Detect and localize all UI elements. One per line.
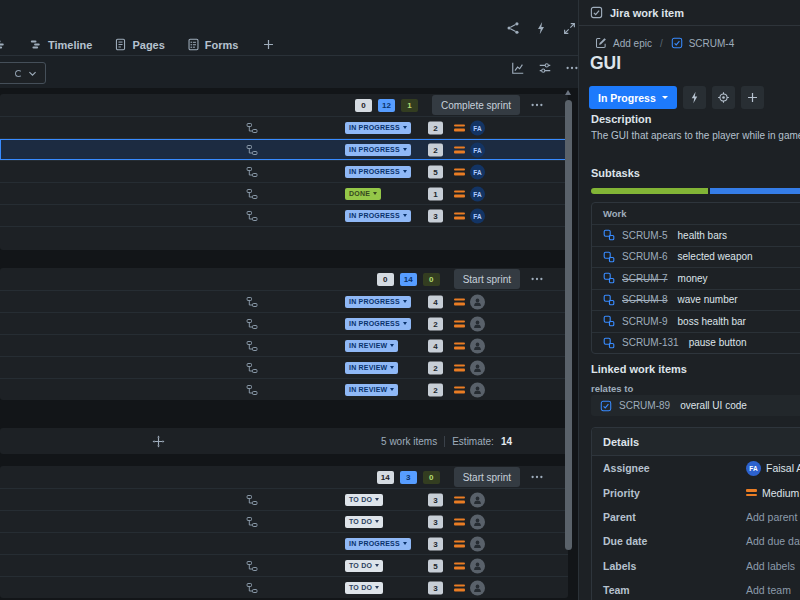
subtask-row[interactable]: SCRUM-131 pause button (592, 332, 800, 354)
avatar-unassigned-icon[interactable] (470, 536, 485, 551)
tab-forms[interactable]: Forms (187, 38, 239, 51)
assignee-value[interactable]: FA Faisal A (746, 461, 800, 476)
status-dropdown[interactable]: TO DO (345, 494, 383, 506)
subtask-summary[interactable]: wave number (678, 294, 738, 305)
sprint-more-icon[interactable] (530, 470, 544, 484)
estimate-badge[interactable]: 3 (428, 581, 443, 594)
details-heading[interactable]: Details (592, 428, 800, 456)
start-sprint-button[interactable]: Start sprint (454, 467, 520, 487)
avatar-unassigned-icon[interactable] (470, 316, 485, 331)
table-row[interactable]: IN PROGRESS 3 (0, 532, 568, 554)
avatar[interactable]: FA (470, 186, 485, 201)
start-sprint-button[interactable]: Start sprint (454, 269, 520, 289)
subtask-key[interactable]: SCRUM-5 (622, 230, 668, 241)
linked-item-row[interactable]: SCRUM-89 overall UI code (591, 395, 800, 416)
create-row[interactable] (0, 226, 568, 250)
table-row-selected[interactable]: IN PROGRESS 2 FA (0, 138, 568, 160)
sprint-more-icon[interactable] (530, 98, 544, 112)
subtask-summary[interactable]: boss health bar (678, 316, 746, 327)
status-dropdown[interactable]: IN PROGRESS (345, 318, 411, 330)
complete-sprint-button[interactable]: Complete sprint (432, 95, 520, 115)
estimate-badge[interactable]: 5 (428, 165, 443, 178)
avatar-unassigned-icon[interactable] (470, 294, 485, 309)
scroll-up-arrow[interactable] (565, 90, 571, 95)
subtask-summary[interactable]: pause button (689, 337, 747, 348)
table-row[interactable]: IN PROGRESS 2 (0, 312, 568, 334)
linked-item-key[interactable]: SCRUM-89 (619, 400, 670, 411)
estimate-badge[interactable]: 5 (428, 559, 443, 572)
status-dropdown[interactable]: IN PROGRESS (345, 210, 411, 222)
table-row[interactable]: IN PROGRESS 4 (0, 290, 568, 312)
subtask-key[interactable]: SCRUM-131 (622, 337, 679, 348)
linked-item-summary[interactable]: overall UI code (680, 400, 747, 411)
subtask-summary[interactable]: money (678, 273, 708, 284)
estimate-badge[interactable]: 3 (428, 493, 443, 506)
estimate-badge[interactable]: 3 (428, 537, 443, 550)
expand-icon[interactable] (559, 18, 579, 38)
avatar-unassigned-icon[interactable] (470, 558, 485, 573)
table-row[interactable]: TO DO 5 (0, 554, 568, 576)
estimate-badge[interactable]: 3 (428, 209, 443, 222)
table-row[interactable]: TO DO 3 (0, 510, 568, 532)
status-dropdown[interactable]: TO DO (345, 516, 383, 528)
avatar-unassigned-icon[interactable] (470, 338, 485, 353)
table-row[interactable]: IN REVIEW 4 (0, 334, 568, 356)
add-epic-button[interactable]: Add epic (613, 38, 652, 49)
status-dropdown[interactable]: IN REVIEW (345, 384, 398, 396)
tab-pages[interactable]: Pages (114, 38, 164, 51)
labels-value[interactable]: Add labels (746, 560, 795, 572)
subtask-summary[interactable]: selected weapon (678, 251, 753, 262)
automation-lightning-icon[interactable] (531, 18, 551, 38)
status-dropdown[interactable]: DONE (345, 188, 381, 200)
share-icon[interactable] (503, 18, 523, 38)
status-dropdown[interactable]: IN PROGRESS (345, 144, 411, 156)
status-dropdown[interactable]: IN PROGRESS (345, 166, 411, 178)
subtask-row[interactable]: SCRUM-8 wave number (592, 289, 800, 311)
vertical-scrollbar[interactable] (567, 88, 575, 600)
avatar-unassigned-icon[interactable] (470, 580, 485, 595)
subtask-key[interactable]: SCRUM-6 (622, 251, 668, 262)
table-row[interactable]: IN REVIEW 2 (0, 378, 568, 400)
priority-value[interactable]: Medium (746, 487, 799, 499)
table-row[interactable]: DONE 1 FA (0, 182, 568, 204)
status-dropdown[interactable]: TO DO (345, 560, 383, 572)
avatar-unassigned-icon[interactable] (470, 360, 485, 375)
estimate-badge[interactable]: 2 (428, 121, 443, 134)
estimate-badge[interactable]: 2 (428, 317, 443, 330)
subtask-row[interactable]: SCRUM-5 health bars (592, 224, 800, 246)
status-dropdown[interactable]: IN PROGRESS (345, 122, 411, 134)
estimate-badge[interactable]: 2 (428, 143, 443, 156)
status-dropdown[interactable]: IN REVIEW (345, 340, 398, 352)
table-row[interactable]: IN PROGRESS 3 FA (0, 204, 568, 226)
avatar-unassigned-icon[interactable] (470, 514, 485, 529)
table-row[interactable]: IN PROGRESS 5 FA (0, 160, 568, 182)
subtask-row[interactable]: SCRUM-6 selected weapon (592, 246, 800, 268)
avatar[interactable]: FA (470, 164, 485, 179)
subtask-key[interactable]: SCRUM-9 (622, 316, 668, 327)
work-item-key[interactable]: SCRUM-4 (689, 38, 735, 49)
status-dropdown[interactable]: IN PROGRESS (345, 538, 411, 550)
filter-dropdown[interactable] (0, 62, 46, 84)
add-view-tab-button[interactable] (262, 38, 275, 51)
insights-chart-icon[interactable] (508, 58, 528, 78)
avatar[interactable]: FA (470, 208, 485, 223)
avatar-unassigned-icon[interactable] (470, 382, 485, 397)
status-dropdown[interactable]: IN PROGRESS (345, 296, 411, 308)
due-date-value[interactable]: Add due date (746, 535, 800, 547)
status-dropdown[interactable]: IN REVIEW (345, 362, 398, 374)
parent-value[interactable]: Add parent (746, 511, 797, 523)
avatar[interactable]: FA (470, 142, 485, 157)
table-row[interactable]: IN PROGRESS 2 FA (0, 116, 568, 138)
subtask-summary[interactable]: health bars (678, 230, 727, 241)
add-button[interactable] (741, 86, 764, 109)
move-icon[interactable] (152, 435, 165, 448)
sprint-more-icon[interactable] (530, 272, 544, 286)
subtask-row[interactable]: SCRUM-7 money (592, 267, 800, 289)
estimate-badge[interactable]: 1 (428, 187, 443, 200)
estimate-badge[interactable]: 2 (428, 361, 443, 374)
subtask-key-done[interactable]: SCRUM-8 (622, 294, 668, 305)
table-row[interactable]: TO DO 3 (0, 576, 568, 598)
status-dropdown[interactable]: TO DO (345, 582, 383, 594)
avatar-unassigned-icon[interactable] (470, 492, 485, 507)
estimate-badge[interactable]: 3 (428, 515, 443, 528)
